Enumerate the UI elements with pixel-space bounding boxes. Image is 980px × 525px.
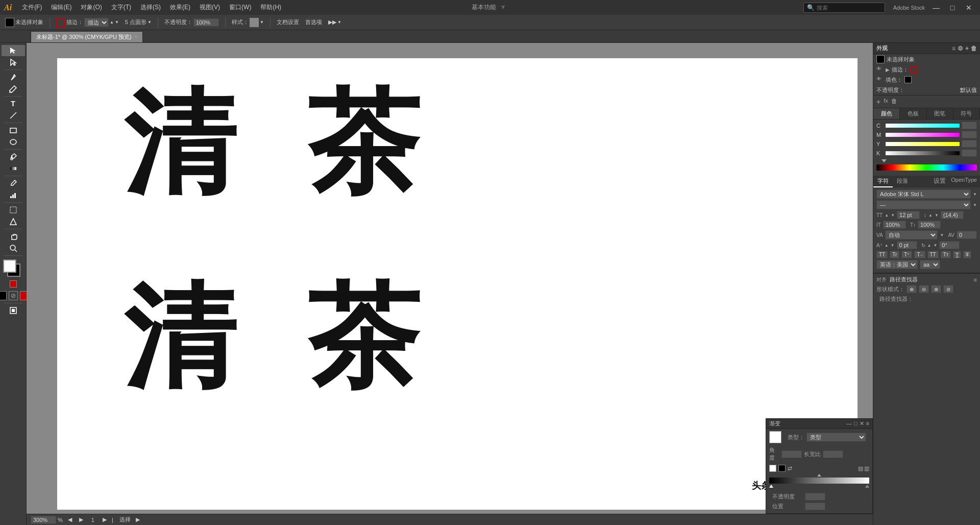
font-style-select[interactable]: —: [876, 200, 971, 209]
bold-button[interactable]: TT: [876, 251, 888, 258]
k-value-input[interactable]: [962, 149, 977, 157]
more-dropdown-icon[interactable]: ▼: [337, 20, 341, 25]
unite-button[interactable]: ⊕: [906, 285, 917, 293]
drawing-modes-button[interactable]: [2, 305, 25, 316]
gradient-menu-icon[interactable]: ≡: [866, 420, 869, 427]
y-value-input[interactable]: [962, 140, 977, 148]
m-slider[interactable]: [886, 133, 960, 137]
menu-help[interactable]: 帮助(H): [256, 2, 285, 13]
artboard-nav-button[interactable]: ▶: [134, 516, 142, 523]
font-size-input[interactable]: [897, 211, 920, 219]
size-up-icon[interactable]: ▲: [885, 213, 889, 218]
align-settings-icon[interactable]: ≡: [974, 277, 977, 283]
gradient-location-input[interactable]: [805, 503, 825, 510]
type-tool[interactable]: T: [2, 98, 25, 109]
gradient-type-select[interactable]: 类型: [806, 433, 866, 442]
tab-symbols[interactable]: 符号: [953, 108, 980, 119]
menu-window[interactable]: 窗口(W): [225, 2, 255, 13]
paint-bucket-tool[interactable]: [2, 151, 25, 162]
intersect-button[interactable]: ⊗: [931, 285, 941, 293]
tab-close-button[interactable]: ×: [135, 34, 138, 40]
gradient-bar[interactable]: [769, 478, 869, 484]
leading-input[interactable]: [941, 211, 964, 219]
appearance-delete-icon[interactable]: 🗑: [891, 98, 897, 106]
minimize-button[interactable]: —: [929, 3, 943, 13]
appearance-fx-icon[interactable]: fx: [884, 98, 888, 106]
subscript-button[interactable]: T₋: [914, 251, 925, 258]
font-family-select[interactable]: Adobe 宋体 Std L: [876, 189, 971, 199]
scale-v-input[interactable]: [918, 221, 941, 229]
fill-black-swatch[interactable]: [0, 291, 7, 300]
stroke-dropdown[interactable]: 描边: [84, 18, 109, 27]
eyedropper-tool[interactable]: [2, 178, 25, 189]
font-style-dropdown-icon[interactable]: ▼: [973, 203, 977, 207]
page-forward-button[interactable]: ▶: [101, 516, 109, 523]
expand-icon[interactable]: ≡: [952, 45, 955, 52]
leading-up-icon[interactable]: ▲: [928, 213, 933, 218]
rotate-down-icon[interactable]: ▼: [933, 243, 937, 248]
more-button[interactable]: ▶▶ ▼: [326, 18, 344, 27]
kerning-dropdown-icon[interactable]: ▼: [940, 233, 944, 237]
language-select[interactable]: 英语：美国: [876, 260, 918, 269]
baseline-down-icon[interactable]: ▼: [891, 243, 895, 248]
reverse-icon[interactable]: ⇄: [788, 465, 792, 472]
gradient-collapse-icon[interactable]: —: [846, 420, 852, 427]
strikethrough-button[interactable]: T̶: [963, 251, 971, 258]
style-dropdown-icon[interactable]: ▼: [260, 20, 264, 25]
style-swatch[interactable]: [250, 18, 259, 27]
stroke-swatch[interactable]: [56, 18, 65, 27]
gradient-midpoint-arrow[interactable]: [817, 474, 821, 476]
minus-front-button[interactable]: ⊖: [919, 285, 929, 293]
pencil-tool[interactable]: [2, 83, 25, 94]
tab-swatches[interactable]: 色板: [900, 108, 926, 119]
tab-paragraph[interactable]: 段落: [893, 176, 912, 187]
zoom-input[interactable]: [31, 516, 56, 524]
fill-color-swatch[interactable]: [904, 76, 912, 83]
new-icon[interactable]: +: [965, 45, 969, 52]
tab-color[interactable]: 颜色: [873, 108, 900, 119]
search-box[interactable]: 🔍: [803, 3, 885, 13]
zoom-nav-right[interactable]: ▶: [77, 516, 85, 523]
superscript-button[interactable]: T⁺: [901, 251, 912, 258]
gradient-tool[interactable]: [2, 163, 25, 174]
gradient-left-stop[interactable]: [769, 465, 776, 472]
foreground-color-swatch[interactable]: [3, 259, 16, 273]
pen-tool[interactable]: [2, 71, 25, 83]
rotate-input[interactable]: [939, 241, 960, 249]
select-tool[interactable]: [2, 45, 25, 56]
gradient-right-stop-arrow[interactable]: [865, 485, 869, 488]
font-dropdown-icon[interactable]: ▼: [973, 192, 977, 197]
brush-size-control[interactable]: 5 点圆形 ▼: [123, 17, 154, 27]
c-value-input[interactable]: [962, 122, 977, 129]
zoom-tool[interactable]: [2, 243, 25, 254]
tab-brushes[interactable]: 图笔: [927, 108, 953, 119]
canvas-area[interactable]: 清 茶 清 茶 头条 @花花平面设计 % ◀ ▶ 1 ▶ | 选择 ▶: [27, 43, 873, 525]
document-tab[interactable]: 未标题-1* @ 300% (CMYK/GPU 预览) ×: [31, 31, 143, 42]
gradient-preview-swatch[interactable]: [769, 431, 781, 443]
settings-icon[interactable]: ⚙: [958, 45, 963, 52]
stroke-expand-icon[interactable]: ▶: [886, 67, 890, 73]
restore-button[interactable]: □: [945, 3, 960, 13]
adobe-stock-button[interactable]: Adobe Stock: [889, 4, 929, 12]
menu-text[interactable]: 文字(T): [107, 2, 135, 13]
fill-swatch[interactable]: [5, 18, 14, 27]
caps-button[interactable]: TT: [927, 251, 939, 258]
gradient-fill-swatch[interactable]: [778, 465, 786, 472]
gradient-expand-icon[interactable]: □: [854, 420, 857, 427]
none-swatch[interactable]: ⊘: [9, 291, 18, 300]
direct-select-tool[interactable]: [2, 57, 25, 68]
brush-dropdown-icon[interactable]: ▼: [148, 20, 152, 25]
doc-setup-button[interactable]: 文档设置: [275, 17, 301, 27]
menu-select[interactable]: 选择(S): [136, 2, 165, 13]
prefs-button[interactable]: 首选项: [303, 17, 324, 27]
hand-tool[interactable]: [2, 231, 25, 242]
menu-view[interactable]: 视图(V): [195, 2, 224, 13]
k-slider[interactable]: [886, 151, 960, 155]
smallcaps-button[interactable]: Tт: [941, 251, 951, 258]
scale-h-input[interactable]: [883, 221, 906, 229]
kerning-select[interactable]: 自动: [885, 230, 938, 240]
menu-effect[interactable]: 效果(E): [166, 2, 194, 13]
gradient-opacity-input[interactable]: [805, 493, 825, 500]
zoom-nav-left[interactable]: ◀: [66, 516, 74, 523]
menu-object[interactable]: 对象(O): [77, 2, 106, 13]
